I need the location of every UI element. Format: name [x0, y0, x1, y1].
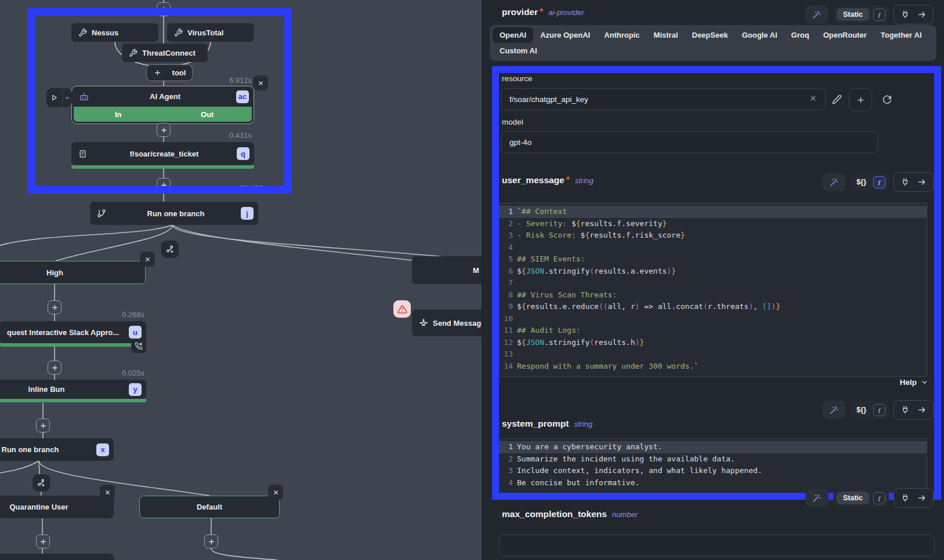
- node-ai-agent[interactable]: AI Agent ac InOut: [71, 86, 254, 124]
- code-line[interactable]: 7: [499, 277, 927, 289]
- code-line[interactable]: 8## Virus Scan Threats:: [499, 289, 927, 301]
- add-step-connector[interactable]: [157, 123, 171, 137]
- arrow-right-icon: [917, 405, 927, 414]
- node-create-ticket[interactable]: f/soar/create_ticketq: [71, 142, 254, 165]
- provider-mode-toggle[interactable]: Static f: [833, 5, 889, 24]
- ai-autofill-button[interactable]: [805, 489, 829, 507]
- user-message-code-editor[interactable]: 1`## Context2- Severity: ${results.f.sev…: [498, 203, 927, 377]
- provider-tab-together-ai[interactable]: Together AI: [874, 27, 929, 43]
- provider-connect-buttons[interactable]: [894, 5, 934, 24]
- agent-in-label[interactable]: In: [74, 107, 163, 122]
- node-badge: ac: [236, 90, 249, 103]
- code-line[interactable]: 3Include context, indicators, and what l…: [499, 465, 927, 477]
- function-mode-icon[interactable]: f: [873, 492, 885, 504]
- ai-autofill-button[interactable]: [805, 5, 829, 24]
- function-mode-icon[interactable]: f: [873, 404, 885, 416]
- code-line[interactable]: 2Summarize the incident using the availa…: [499, 453, 927, 466]
- node-success-bar: [0, 343, 146, 347]
- code-line[interactable]: 10: [499, 313, 927, 325]
- agent-out-label[interactable]: Out: [163, 107, 252, 122]
- resource-input[interactable]: f/soar/chatgpt_api_key: [501, 88, 826, 110]
- system-prompt-code-editor[interactable]: 1You are a cybersecurity analyst.2Summar…: [498, 438, 927, 494]
- node-merge-node[interactable]: M: [412, 256, 482, 284]
- node-label: Run one branch: [0, 445, 96, 454]
- add-branch-button[interactable]: [32, 474, 50, 492]
- add-step-connector[interactable]: [48, 300, 62, 314]
- code-line[interactable]: 9${results.e.reduce((all, r) => all.conc…: [499, 301, 927, 313]
- provider-tab-anthropic[interactable]: Anthropic: [597, 27, 646, 43]
- user-message-mode-toggle[interactable]: ${} f: [850, 173, 889, 191]
- max-tokens-input[interactable]: [498, 534, 935, 557]
- user-message-type-label: string: [575, 176, 594, 185]
- system-prompt-mode-toggle[interactable]: ${} f: [850, 401, 889, 419]
- clear-icon[interactable]: [809, 94, 817, 104]
- node-threatconnect[interactable]: ThreatConnect: [122, 43, 208, 62]
- function-mode-icon[interactable]: f: [873, 9, 885, 21]
- provider-tab-azure-openai[interactable]: Azure OpenAI: [533, 27, 597, 43]
- provider-tab-openai[interactable]: OpenAI: [493, 27, 533, 43]
- provider-tab-groq[interactable]: Groq: [784, 27, 816, 43]
- mode-static-label[interactable]: Static: [837, 8, 869, 21]
- ai-autofill-button[interactable]: [822, 173, 845, 191]
- code-line[interactable]: 4: [499, 242, 927, 254]
- node-add-tool[interactable]: tool: [146, 64, 193, 81]
- add-step-connector[interactable]: [157, 2, 171, 16]
- provider-tab-openrouter[interactable]: OpenRouter: [816, 27, 874, 43]
- node-bottom-partial[interactable]: [0, 554, 114, 560]
- code-line[interactable]: 4Be concise but informative.: [499, 477, 927, 489]
- node-inline-bun[interactable]: Inline Buny: [0, 380, 146, 399]
- node-nessus[interactable]: Nessus: [71, 23, 158, 42]
- ai-autofill-button[interactable]: [822, 401, 845, 419]
- code-line[interactable]: 13: [499, 348, 927, 361]
- provider-tab-deepseek[interactable]: DeepSeek: [685, 27, 735, 43]
- close-icon[interactable]: [268, 485, 283, 500]
- code-line[interactable]: 6${JSON.stringify(results.a.events)}: [499, 266, 927, 278]
- expression-mode-label[interactable]: ${}: [853, 176, 869, 188]
- provider-tab-custom-ai[interactable]: Custom AI: [493, 43, 544, 59]
- node-quarantine-user[interactable]: Quarantine User: [0, 496, 114, 518]
- add-step-connector[interactable]: [157, 178, 171, 192]
- max-tokens-connect-buttons[interactable]: [894, 488, 934, 508]
- provider-tab-mistral[interactable]: Mistral: [647, 27, 685, 43]
- expression-mode-label[interactable]: ${}: [853, 403, 869, 416]
- add-branch-button[interactable]: [161, 241, 179, 258]
- code-line[interactable]: 12${JSON.stringify(results.h)}: [499, 337, 927, 349]
- node-virustotal[interactable]: VirusTotal: [167, 23, 254, 42]
- max-tokens-mode-toggle[interactable]: Static f: [833, 489, 889, 507]
- node-run-one-branch-1[interactable]: Run one branchj: [90, 202, 258, 225]
- node-slack-approval[interactable]: quest Interactive Slack Appro...u: [0, 321, 146, 343]
- add-step-connector[interactable]: [36, 419, 50, 432]
- add-step-connector[interactable]: [48, 361, 62, 374]
- close-icon[interactable]: [140, 252, 155, 267]
- provider-tab-google-ai[interactable]: Google AI: [735, 27, 784, 43]
- edit-resource-button[interactable]: [829, 92, 844, 107]
- line-number: 7: [499, 277, 517, 289]
- node-case-default[interactable]: Default: [139, 496, 280, 518]
- close-icon[interactable]: [100, 485, 115, 500]
- help-dropdown[interactable]: Help: [900, 378, 928, 387]
- run-node-button[interactable]: [46, 88, 72, 107]
- code-line[interactable]: 1`## Context: [499, 206, 927, 218]
- code-line[interactable]: 1You are a cybersecurity analyst.: [499, 441, 927, 453]
- code-line[interactable]: 2- Severity: ${results.f.severity}: [499, 218, 927, 230]
- code-line[interactable]: 11## Audit Logs:: [499, 325, 927, 337]
- code-line[interactable]: 14Respond with a summary under 300 words…: [499, 361, 927, 373]
- add-resource-button[interactable]: [849, 88, 872, 111]
- model-input[interactable]: gpt-4o: [501, 131, 878, 153]
- node-run-one-branch-2[interactable]: Run one branchx: [0, 438, 114, 461]
- refresh-resources-button[interactable]: [879, 92, 894, 107]
- play-icon[interactable]: [46, 88, 63, 107]
- add-step-connector[interactable]: [204, 534, 218, 548]
- chevron-down-icon[interactable]: [63, 88, 72, 107]
- function-mode-icon[interactable]: f: [873, 176, 885, 188]
- node-send-message[interactable]: Send Message: [412, 310, 482, 336]
- mode-static-label[interactable]: Static: [837, 492, 869, 504]
- code-line[interactable]: 3- Risk Score: ${results.f.risk_score}: [499, 230, 927, 242]
- user-message-connect-buttons[interactable]: [894, 172, 934, 192]
- code-line[interactable]: 5## SIEM Events:: [499, 253, 927, 266]
- add-step-connector[interactable]: [36, 534, 50, 548]
- close-icon[interactable]: [253, 75, 268, 90]
- workflow-canvas[interactable]: NessusVirusTotalThreatConnecttoolf/soar/…: [0, 0, 482, 560]
- system-prompt-connect-buttons[interactable]: [894, 400, 934, 420]
- node-case-high[interactable]: High: [0, 261, 146, 284]
